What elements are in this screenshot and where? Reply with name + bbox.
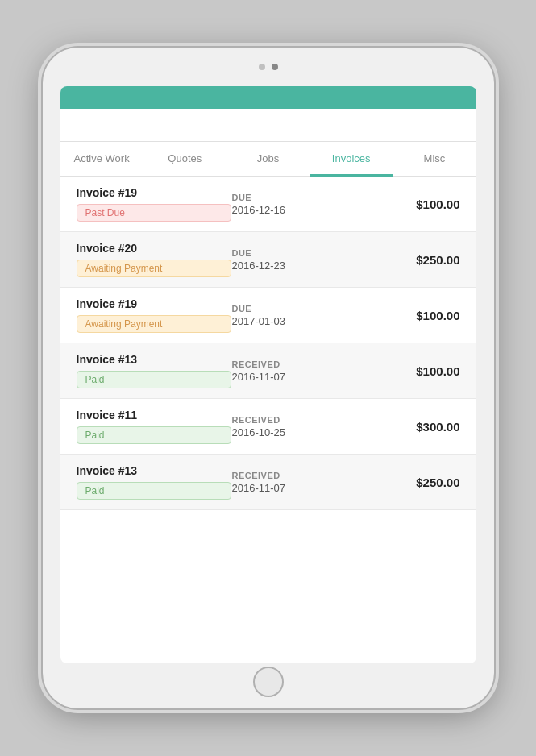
client-info bbox=[60, 109, 476, 142]
invoice-left: Invoice #11 Paid bbox=[77, 409, 232, 444]
invoice-amount: $100.00 bbox=[377, 364, 460, 378]
invoice-status: DUE bbox=[231, 304, 376, 314]
invoice-amount: $250.00 bbox=[377, 253, 460, 267]
invoice-badge: Paid bbox=[77, 426, 232, 444]
invoice-badge: Awaiting Payment bbox=[77, 260, 232, 277]
tab-misc[interactable]: Misc bbox=[393, 143, 476, 177]
invoice-badge: Paid bbox=[77, 371, 232, 388]
invoice-number: Invoice #20 bbox=[77, 242, 232, 255]
invoice-date: 2016-12-23 bbox=[231, 260, 376, 272]
tab-quotes[interactable]: Quotes bbox=[143, 143, 226, 177]
invoice-row[interactable]: Invoice #13 Paid RECEIVED 2016-11-07 $10… bbox=[60, 343, 476, 399]
invoice-row[interactable]: Invoice #19 Awaiting Payment DUE 2017-01… bbox=[60, 288, 476, 343]
invoice-date: 2016-11-07 bbox=[231, 371, 376, 383]
invoice-status: DUE bbox=[231, 248, 376, 258]
home-button[interactable] bbox=[253, 667, 284, 697]
invoice-number: Invoice #13 bbox=[77, 353, 232, 366]
invoice-left: Invoice #13 Paid bbox=[77, 464, 232, 500]
invoice-date: 2016-12-16 bbox=[231, 204, 376, 216]
invoice-right: $100.00 bbox=[377, 197, 460, 211]
invoice-date: 2016-10-25 bbox=[231, 426, 376, 438]
tablet-frame: Active WorkQuotesJobsInvoicesMisc Invoic… bbox=[43, 48, 494, 708]
invoice-list[interactable]: Invoice #19 Past Due DUE 2016-12-16 $100… bbox=[60, 177, 476, 663]
invoice-status: DUE bbox=[231, 193, 376, 202]
camera-dot-1 bbox=[259, 64, 265, 70]
invoice-middle: DUE 2017-01-03 bbox=[231, 304, 376, 327]
invoice-amount: $100.00 bbox=[377, 309, 460, 322]
invoice-badge: Awaiting Payment bbox=[77, 315, 232, 333]
invoice-number: Invoice #19 bbox=[77, 186, 232, 199]
invoice-number: Invoice #11 bbox=[77, 409, 232, 422]
invoice-row[interactable]: Invoice #20 Awaiting Payment DUE 2016-12… bbox=[60, 232, 476, 288]
invoice-row[interactable]: Invoice #19 Past Due DUE 2016-12-16 $100… bbox=[60, 177, 476, 232]
invoice-badge: Paid bbox=[77, 482, 232, 500]
invoice-date: 2017-01-03 bbox=[231, 315, 376, 327]
invoice-middle: DUE 2016-12-23 bbox=[231, 248, 376, 272]
invoice-status: RECEIVED bbox=[231, 415, 376, 425]
invoice-row[interactable]: Invoice #11 Paid RECEIVED 2016-10-25 $30… bbox=[60, 399, 476, 455]
camera-dot-2 bbox=[272, 64, 278, 70]
tab-jobs[interactable]: Jobs bbox=[226, 143, 310, 177]
invoice-status: RECEIVED bbox=[231, 359, 376, 369]
invoice-middle: DUE 2016-12-16 bbox=[231, 193, 376, 216]
invoice-right: $100.00 bbox=[377, 309, 460, 322]
screen: Active WorkQuotesJobsInvoicesMisc Invoic… bbox=[60, 86, 476, 663]
invoice-number: Invoice #19 bbox=[77, 297, 232, 310]
tab-active-work[interactable]: Active Work bbox=[60, 143, 143, 177]
invoice-amount: $100.00 bbox=[377, 197, 460, 211]
invoice-right: $100.00 bbox=[377, 364, 460, 378]
invoice-date: 2016-11-07 bbox=[231, 482, 376, 494]
invoice-badge: Past Due bbox=[77, 204, 232, 222]
invoice-amount: $250.00 bbox=[377, 476, 460, 489]
invoice-right: $250.00 bbox=[377, 253, 460, 267]
invoice-amount: $300.00 bbox=[377, 420, 460, 434]
invoice-number: Invoice #13 bbox=[77, 464, 232, 477]
invoice-middle: RECEIVED 2016-10-25 bbox=[231, 415, 376, 438]
invoice-right: $250.00 bbox=[377, 476, 460, 489]
invoice-left: Invoice #13 Paid bbox=[77, 353, 232, 388]
invoice-middle: RECEIVED 2016-11-07 bbox=[231, 471, 376, 494]
invoice-middle: RECEIVED 2016-11-07 bbox=[231, 359, 376, 383]
invoice-row[interactable]: Invoice #13 Paid RECEIVED 2016-11-07 $25… bbox=[60, 455, 476, 510]
invoice-left: Invoice #20 Awaiting Payment bbox=[77, 242, 232, 277]
invoice-right: $300.00 bbox=[377, 420, 460, 434]
tab-invoices[interactable]: Invoices bbox=[310, 143, 393, 177]
app-header bbox=[60, 86, 476, 109]
invoice-left: Invoice #19 Past Due bbox=[77, 186, 232, 222]
tab-bar: Active WorkQuotesJobsInvoicesMisc bbox=[60, 142, 476, 177]
invoice-status: RECEIVED bbox=[231, 471, 376, 480]
invoice-left: Invoice #19 Awaiting Payment bbox=[77, 297, 232, 333]
tablet-camera bbox=[259, 64, 278, 70]
